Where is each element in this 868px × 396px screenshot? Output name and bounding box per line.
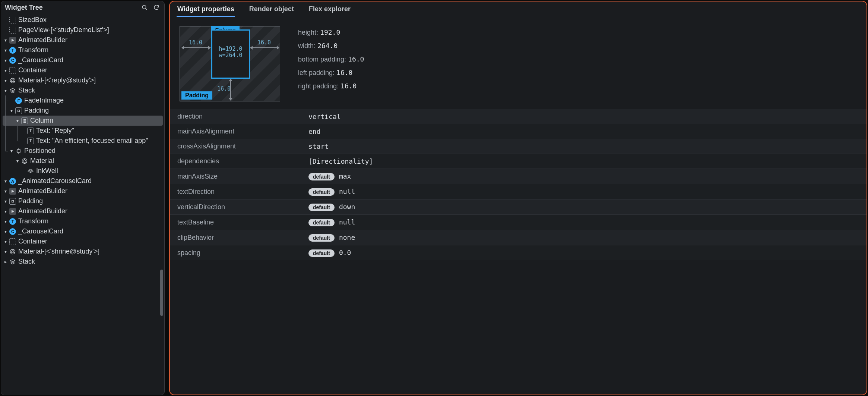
property-key: crossAxisAlignment (170, 139, 304, 154)
diagram-width: w=264.0 (219, 52, 242, 59)
property-row: spacingdefault0.0 (170, 245, 867, 261)
default-badge: default (308, 204, 335, 211)
padding-icon (9, 198, 16, 205)
metric-line: right padding: 16.0 (298, 82, 364, 90)
tab-flex-explorer[interactable]: Flex explorer (308, 3, 351, 17)
details-tabs: Widget propertiesRender objectFlex explo… (170, 1, 867, 17)
property-value: defaultnull (304, 215, 867, 230)
tree-row[interactable]: ▾AnimatedBuilder (3, 186, 163, 196)
animated-builder-icon (9, 188, 16, 195)
diagram-height: h=192.0 (219, 46, 242, 52)
svg-line-1 (145, 8, 147, 10)
tree-label: Material-[<'shrine@study'>] (18, 248, 99, 255)
expander-icon[interactable]: ▾ (15, 158, 20, 164)
expander-icon[interactable]: ▾ (9, 148, 15, 154)
expander-icon[interactable]: ▾ (3, 78, 9, 84)
expander-icon[interactable]: ▾ (3, 219, 9, 224)
tree-label: AnimatedBuilder (18, 207, 67, 215)
transform-icon: T (9, 47, 16, 54)
property-value: [Directionality] (304, 154, 867, 169)
tree-row[interactable]: PageView-[<'studyDemoList'>] (3, 25, 163, 35)
expander-icon[interactable]: ▾ (3, 178, 9, 184)
expander-icon[interactable]: ▾ (15, 118, 20, 124)
scroll-thumb[interactable] (160, 270, 163, 316)
svg-rect-8 (17, 150, 20, 153)
svg-marker-2 (12, 39, 14, 42)
expander-icon[interactable]: ▾ (3, 88, 9, 94)
expander-icon[interactable]: ▾ (3, 198, 9, 204)
property-row: crossAxisAlignmentstart (170, 139, 867, 154)
tree-label: FadeInImage (24, 97, 64, 104)
property-value: end (304, 124, 867, 139)
transform-icon: T (9, 218, 16, 225)
tree-label: Stack (18, 258, 35, 265)
tree-row[interactable]: TText: "Reply" (3, 126, 163, 136)
tree-label: Text: "Reply" (36, 127, 74, 135)
tab-render-object[interactable]: Render object (248, 3, 295, 17)
tree-row[interactable]: ▾Material-[<'shrine@study'>] (3, 246, 163, 257)
tree-row[interactable]: ▾AnimatedBuilder (3, 206, 163, 216)
tree-row[interactable]: SizedBox (3, 15, 163, 25)
tab-widget-properties[interactable]: Widget properties (177, 3, 235, 17)
metric-value: 16.0 (340, 82, 357, 90)
tree-row[interactable]: ▾TTransform (3, 216, 163, 226)
expander-icon[interactable]: ▾ (3, 37, 9, 43)
bottom-pad-value: 16.0 (217, 85, 231, 92)
tree-row[interactable]: ▾Column (3, 116, 163, 126)
expander-icon[interactable]: ▾ (3, 57, 9, 63)
tree-row[interactable]: ▾Positioned (3, 146, 163, 156)
expander-icon[interactable]: ▾ (3, 239, 9, 245)
svg-marker-16 (12, 210, 14, 213)
property-key: textDirection (170, 184, 304, 199)
expander-icon[interactable]: ▾ (3, 188, 9, 194)
sizedbox-icon (9, 17, 16, 23)
right-pad-value: 16.0 (257, 39, 271, 46)
expander-icon[interactable]: ▾ (3, 229, 9, 235)
tree-row[interactable]: InkWell (3, 166, 163, 176)
tree-row[interactable]: ▾A_AnimatedCarouselCard (3, 176, 163, 186)
expander-icon[interactable]: ▾ (3, 67, 9, 73)
property-value: defaultmax (304, 169, 867, 184)
tree-row[interactable]: ▾Material-[<'reply@study'>] (3, 75, 163, 85)
tree-row[interactable]: FFadeInImage (3, 95, 163, 106)
widget-tree-panel: Widget Tree SizedBoxPageView-[<'studyDem… (1, 1, 165, 395)
default-badge: default (308, 234, 335, 242)
tree-row[interactable]: ▾AnimatedBuilder (3, 35, 163, 45)
metric-value: 264.0 (317, 42, 338, 50)
tree-label: Transform (18, 217, 48, 225)
property-value: defaultdown (304, 199, 867, 215)
tree-row[interactable]: ▾Padding (3, 106, 163, 116)
tree-row[interactable]: TText: "An efficient, focused email app" (3, 136, 163, 146)
expander-icon[interactable]: ▾ (9, 108, 15, 114)
tree-row[interactable]: ▾Stack (3, 85, 163, 95)
positioned-icon (15, 148, 22, 154)
tree-row[interactable]: ▾Padding (3, 196, 163, 206)
carousel-card-icon: C (9, 57, 16, 64)
text-icon: T (27, 128, 34, 134)
expander-icon[interactable]: ▾ (3, 47, 9, 53)
widget-tree-actions (140, 3, 161, 12)
tree-row[interactable]: ▾Material (3, 156, 163, 166)
tree-row[interactable]: ▾C_CarouselCard (3, 55, 163, 65)
search-icon[interactable] (140, 3, 149, 12)
widget-tree[interactable]: SizedBoxPageView-[<'studyDemoList'>]▾Ani… (1, 14, 164, 395)
metric-line: bottom padding: 16.0 (298, 55, 364, 63)
metric-key: left padding: (298, 69, 336, 76)
expander-icon[interactable]: ▸ (3, 259, 9, 265)
text-icon: T (27, 138, 34, 144)
tree-row[interactable]: ▾TTransform (3, 45, 163, 55)
layout-diagram: Column h=192.0 w=264.0 16.0 (180, 26, 280, 101)
details-panel: Widget propertiesRender objectFlex explo… (169, 1, 867, 395)
tree-row[interactable]: ▸Stack (3, 257, 163, 267)
property-key: mainAxisSize (170, 169, 304, 184)
expander-icon[interactable]: ▾ (3, 249, 9, 255)
tree-row[interactable]: ▾Container (3, 236, 163, 246)
refresh-icon[interactable] (152, 3, 161, 12)
tree-label: _CarouselCard (18, 227, 63, 235)
tree-row[interactable]: ▾Container (3, 65, 163, 75)
default-badge: default (308, 173, 335, 180)
expander-icon[interactable]: ▾ (3, 208, 9, 214)
tree-row[interactable]: ▾C_CarouselCard (3, 226, 163, 236)
tree-scrollbar[interactable] (160, 9, 163, 393)
svg-rect-6 (23, 120, 26, 122)
